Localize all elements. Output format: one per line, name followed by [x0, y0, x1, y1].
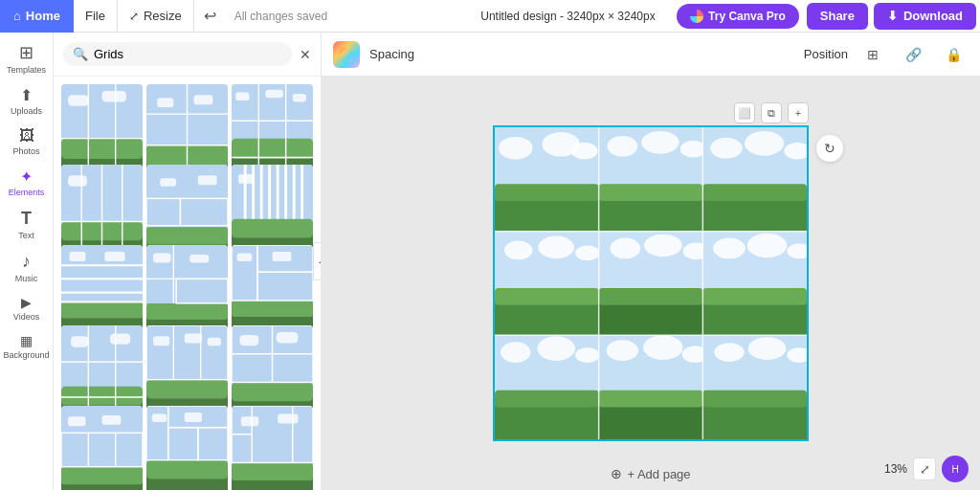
- undo-button[interactable]: ↩: [194, 0, 227, 33]
- plus-icon: +: [795, 107, 801, 119]
- sidebar-item-music[interactable]: ♪ Music: [0, 246, 53, 289]
- svg-rect-82: [110, 333, 130, 344]
- svg-point-152: [504, 241, 533, 260]
- spacing-label: Spacing: [369, 47, 414, 61]
- svg-rect-20: [265, 90, 282, 98]
- svg-rect-38: [198, 175, 217, 185]
- svg-rect-99: [240, 335, 259, 345]
- sidebar-item-background[interactable]: ▦ Background: [0, 327, 53, 366]
- list-item[interactable]: [61, 406, 143, 490]
- search-input-wrapper[interactable]: 🔍: [63, 42, 292, 66]
- refresh-icon: ↻: [824, 141, 835, 156]
- svg-rect-115: [152, 413, 167, 421]
- svg-point-147: [745, 131, 784, 156]
- home-label: Home: [26, 9, 60, 23]
- sidebar-item-videos[interactable]: ▶ Videos: [0, 289, 53, 327]
- svg-rect-108: [102, 415, 122, 425]
- svg-rect-124: [241, 416, 258, 426]
- uploads-label: Uploads: [11, 106, 42, 116]
- svg-point-171: [537, 336, 575, 361]
- svg-rect-72: [232, 301, 313, 317]
- grid-view-button[interactable]: ⊞: [858, 39, 888, 70]
- svg-rect-151: [495, 288, 599, 305]
- position-button[interactable]: Position: [804, 47, 848, 61]
- svg-rect-175: [599, 390, 703, 408]
- sidebar-item-text[interactable]: T Text: [0, 203, 53, 246]
- photos-label: Photos: [12, 146, 39, 156]
- svg-rect-125: [278, 413, 298, 423]
- svg-rect-11: [157, 98, 173, 107]
- refresh-button[interactable]: ↻: [816, 135, 843, 162]
- duplicate-icon: ⧉: [768, 107, 775, 120]
- design-canvas[interactable]: [493, 125, 809, 441]
- background-label: Background: [3, 350, 49, 360]
- grid-icon: ⊞: [867, 47, 879, 62]
- document-title: Untitled design - 3240px × 3240px: [459, 10, 677, 23]
- sidebar: ⊞ Templates ⬆ Uploads 🖼 Photos ✦ Element…: [0, 33, 54, 490]
- text-icon: T: [21, 209, 32, 229]
- svg-rect-12: [194, 95, 213, 104]
- canvas-svg: [495, 127, 807, 439]
- svg-point-158: [611, 238, 641, 259]
- add-element-button[interactable]: +: [788, 102, 809, 123]
- sidebar-item-templates[interactable]: ⊞ Templates: [0, 36, 53, 80]
- file-label: File: [85, 9, 105, 23]
- sidebar-item-photos[interactable]: 🖼 Photos: [0, 122, 53, 162]
- search-bar: 🔍 ✕: [54, 33, 321, 77]
- svg-point-159: [644, 234, 682, 257]
- svg-rect-114: [146, 460, 228, 479]
- svg-rect-123: [232, 462, 313, 479]
- canvas-toolbar: Spacing Position ⊞ 🔗 🔒: [322, 33, 980, 77]
- sidebar-item-elements[interactable]: ✦ Elements: [0, 162, 53, 203]
- svg-rect-116: [185, 412, 202, 422]
- list-item[interactable]: [146, 406, 228, 490]
- svg-point-172: [575, 347, 600, 363]
- canvas-workspace: ⬜ ⧉ + ↻: [493, 125, 809, 441]
- link-button[interactable]: 🔗: [898, 39, 928, 70]
- svg-rect-4: [102, 91, 126, 101]
- svg-rect-133: [495, 184, 599, 201]
- topbar: ⌂ Home File ⤢ Resize ↩ All changes saved…: [0, 0, 980, 33]
- videos-icon: ▶: [21, 295, 32, 310]
- canva-logo-icon: [338, 46, 355, 63]
- file-menu[interactable]: File: [74, 0, 117, 33]
- zoom-out-button[interactable]: ⤢: [913, 457, 936, 480]
- frame-button[interactable]: ⬜: [734, 102, 755, 123]
- share-button[interactable]: Share: [807, 3, 868, 30]
- svg-rect-61: [104, 252, 124, 261]
- resize-button[interactable]: ⤢ Resize: [117, 0, 194, 33]
- svg-rect-92: [208, 338, 221, 345]
- list-item[interactable]: [232, 406, 313, 490]
- svg-point-164: [713, 238, 746, 259]
- svg-rect-180: [702, 401, 807, 439]
- collapse-panel-button[interactable]: ◀: [313, 242, 322, 280]
- svg-rect-181: [702, 390, 807, 408]
- grid-thumbnail-svg: [61, 406, 143, 490]
- svg-rect-168: [495, 401, 599, 439]
- try-canva-button[interactable]: Try Canva Pro: [677, 4, 799, 29]
- canvas-content: ⬜ ⧉ + ↻: [322, 77, 980, 490]
- add-page-button[interactable]: ⊕ + Add page: [322, 457, 980, 490]
- home-button[interactable]: ⌂ Home: [0, 0, 74, 33]
- svg-rect-81: [71, 336, 88, 346]
- svg-rect-139: [599, 184, 703, 201]
- zoom-level: 13%: [884, 462, 907, 476]
- duplicate-button[interactable]: ⧉: [761, 102, 782, 123]
- selection-handles: ⬜ ⧉ +: [734, 102, 809, 123]
- svg-rect-89: [146, 380, 228, 399]
- uploads-icon: ⬆: [20, 86, 33, 104]
- sidebar-item-uploads[interactable]: ⬆ Uploads: [0, 80, 53, 122]
- fullscreen-button[interactable]: H: [942, 456, 969, 482]
- search-input[interactable]: [94, 47, 282, 61]
- download-button[interactable]: ⬇ Download: [874, 3, 976, 30]
- svg-rect-37: [160, 178, 176, 186]
- svg-rect-21: [293, 94, 306, 101]
- close-icon[interactable]: ✕: [300, 47, 311, 62]
- download-icon: ⬇: [887, 9, 898, 23]
- svg-point-153: [538, 236, 574, 259]
- plus-circle-icon: ⊕: [611, 466, 622, 481]
- svg-rect-90: [153, 336, 169, 345]
- lock-button[interactable]: 🔒: [938, 39, 969, 70]
- svg-rect-2: [61, 139, 143, 159]
- elements-icon: ✦: [20, 167, 33, 186]
